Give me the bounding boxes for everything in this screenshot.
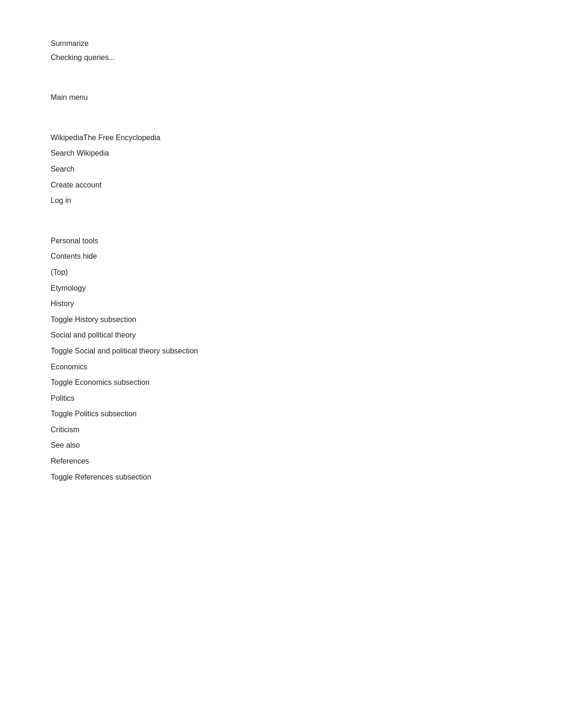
checking-item: Checking queries... <box>51 52 282 64</box>
references-item[interactable]: References <box>51 455 282 467</box>
toggle-references-label: Toggle References subsection <box>51 473 151 481</box>
contents-hide-item[interactable]: Contents hide <box>51 250 282 263</box>
economics-label: Economics <box>51 363 87 371</box>
main-menu-item[interactable]: Main menu <box>51 91 282 104</box>
economics-item[interactable]: Economics <box>51 361 282 373</box>
personal-tools-item[interactable]: Personal tools <box>51 235 282 247</box>
see-also-label: See also <box>51 441 80 449</box>
toggle-economics-label: Toggle Economics subsection <box>51 378 150 386</box>
top-section: Summarize Checking queries... <box>51 38 282 63</box>
main-menu-label: Main menu <box>51 93 88 101</box>
site-title-item: WikipediaThe Free Encyclopedia <box>51 132 282 144</box>
politics-item[interactable]: Politics <box>51 392 282 405</box>
top-item[interactable]: (Top) <box>51 266 282 278</box>
top-label: (Top) <box>51 268 68 276</box>
main-menu-section: Main menu <box>51 91 282 104</box>
toggle-references-item[interactable]: Toggle References subsection <box>51 471 282 483</box>
toc-section: Personal tools Contents hide (Top) Etymo… <box>51 235 282 483</box>
references-label: References <box>51 457 89 465</box>
search-item[interactable]: Search <box>51 163 282 175</box>
site-title-label: WikipediaThe Free Encyclopedia <box>51 134 160 142</box>
social-political-item[interactable]: Social and political theory <box>51 329 282 341</box>
header-section: WikipediaThe Free Encyclopedia Search Wi… <box>51 132 282 207</box>
see-also-item[interactable]: See also <box>51 439 282 451</box>
history-label: History <box>51 300 74 308</box>
search-wikipedia-item[interactable]: Search Wikipedia <box>51 147 282 159</box>
toggle-social-political-item[interactable]: Toggle Social and political theory subse… <box>51 345 282 357</box>
etymology-item[interactable]: Etymology <box>51 282 282 294</box>
history-item[interactable]: History <box>51 298 282 310</box>
toggle-politics-label: Toggle Politics subsection <box>51 410 137 418</box>
toggle-social-political-label: Toggle Social and political theory subse… <box>51 347 198 355</box>
search-label: Search <box>51 165 75 173</box>
login-label: Log in <box>51 196 71 204</box>
contents-hide-label: Contents hide <box>51 252 97 260</box>
toggle-history-label: Toggle History subsection <box>51 315 136 323</box>
toggle-history-item[interactable]: Toggle History subsection <box>51 314 282 326</box>
summarize-label: Summarize <box>51 39 89 47</box>
login-item[interactable]: Log in <box>51 195 282 207</box>
social-political-label: Social and political theory <box>51 331 136 339</box>
personal-tools-label: Personal tools <box>51 237 98 245</box>
politics-label: Politics <box>51 394 75 402</box>
etymology-label: Etymology <box>51 284 86 292</box>
checking-label: Checking queries... <box>51 53 115 61</box>
toggle-economics-item[interactable]: Toggle Economics subsection <box>51 376 282 389</box>
create-account-item[interactable]: Create account <box>51 179 282 191</box>
create-account-label: Create account <box>51 181 102 189</box>
criticism-label: Criticism <box>51 426 79 434</box>
search-wikipedia-label: Search Wikipedia <box>51 149 109 157</box>
summarize-item[interactable]: Summarize <box>51 38 282 50</box>
toggle-politics-item[interactable]: Toggle Politics subsection <box>51 408 282 420</box>
page-container: Summarize Checking queries... Main menu … <box>0 0 282 539</box>
criticism-item[interactable]: Criticism <box>51 424 282 436</box>
